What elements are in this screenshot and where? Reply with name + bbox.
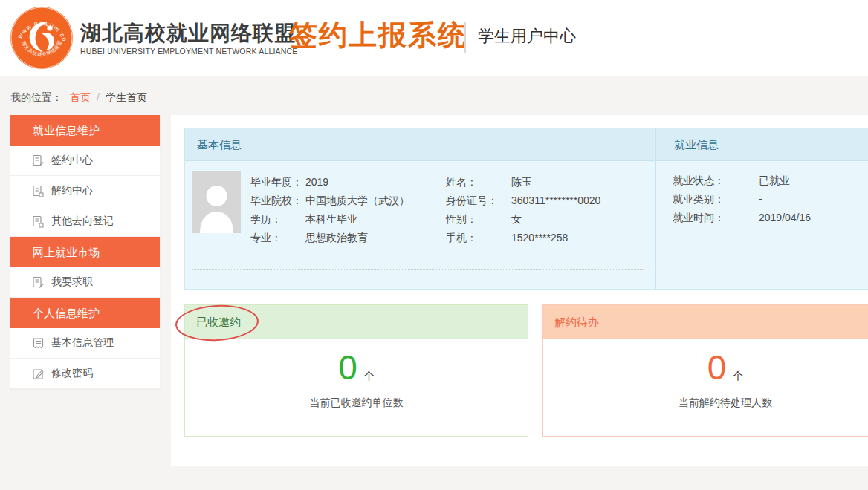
- breadcrumb-separator: /: [97, 91, 100, 103]
- field-label: 就业状态：: [673, 172, 759, 190]
- field-value: 本科生毕业: [305, 210, 357, 229]
- sidebar-item-label: 基本信息管理: [51, 336, 114, 350]
- terminations-card-title: 解约待办: [543, 305, 868, 339]
- sidebar-item-basic-info-manage[interactable]: 基本信息管理: [10, 328, 160, 359]
- field-value: 陈玉: [511, 173, 532, 192]
- field-value: 1520****258: [511, 229, 568, 247]
- logo-dot: [47, 25, 52, 30]
- sidebar-item-sign-center[interactable]: 签约中心: [10, 146, 160, 176]
- employment-info-title: 就业信息: [655, 128, 868, 160]
- field-row: 学历： 本科生毕业: [250, 210, 446, 229]
- invitations-card-body: 0个 当前已收邀约单位数: [185, 339, 528, 410]
- field-row: 就业类别： -: [673, 190, 868, 209]
- header-divider: [464, 22, 466, 53]
- field-row: 毕业年度： 2019: [250, 173, 446, 192]
- field-label: 学历：: [250, 210, 305, 229]
- sidebar-item-job-seeking[interactable]: 我要求职: [10, 267, 160, 298]
- basic-info-title: 基本信息: [185, 128, 655, 160]
- document-pen-icon: [32, 276, 45, 289]
- terminations-count: 0: [707, 348, 727, 387]
- info-panel-body: 毕业年度： 2019 毕业院校： 中国地质大学（武汉） 学历： 本科生毕业: [185, 161, 868, 289]
- terminations-card-body: 0个 当前解约待处理人数: [543, 339, 868, 410]
- field-value: 360311********0020: [511, 192, 600, 210]
- info-panel: 基本信息 就业信息 毕业年度： 2019: [184, 128, 868, 290]
- sidebar-item-other-destination[interactable]: 其他去向登记: [10, 206, 160, 237]
- count-unit: 个: [733, 370, 743, 382]
- org-name-en: HUBEI UNIVERSITY EMPLOYMENT NETWORK ALLI…: [80, 47, 298, 56]
- field-label: 就业类别：: [673, 190, 759, 209]
- org-name-cn: 湖北高校就业网络联盟: [80, 19, 296, 48]
- sidebar-section-job-market[interactable]: 网上就业市场: [10, 237, 160, 267]
- field-row: 就业状态： 已就业: [673, 172, 868, 190]
- basic-info-section: 毕业年度： 2019 毕业院校： 中国地质大学（武汉） 学历： 本科生毕业: [185, 161, 655, 289]
- field-label: 身份证号：: [446, 192, 511, 210]
- count-unit: 个: [364, 370, 375, 382]
- field-value: 思想政治教育: [305, 229, 368, 247]
- document-pen-icon: [32, 154, 45, 167]
- field-value: 中国地质大学（武汉）: [305, 192, 409, 210]
- terminations-card: 解约待办 0个 当前解约待处理人数: [542, 304, 868, 437]
- sidebar-section-employment-info[interactable]: 就业信息维护: [10, 115, 160, 146]
- sidebar-item-label: 签约中心: [51, 154, 93, 167]
- document-lines-icon: [32, 337, 45, 350]
- field-row: 手机： 1520****258: [446, 229, 600, 247]
- alliance-logo-icon: www.91wllm.com 湖北高校就业网络联盟: [10, 7, 73, 69]
- count-row: 0个: [543, 348, 868, 387]
- field-row: 就业时间： 2019/04/16: [673, 209, 868, 227]
- sidebar-item-change-password[interactable]: 修改密码: [10, 359, 160, 389]
- app-header: www.91wllm.com 湖北高校就业网络联盟 湖北高校就业网络联盟 HUB…: [0, 0, 868, 76]
- dotted-divider: [192, 269, 644, 270]
- field-row: 专业： 思想政治教育: [250, 229, 446, 247]
- terminations-caption: 当前解约待处理人数: [543, 396, 868, 410]
- basic-info-col-left: 毕业年度： 2019 毕业院校： 中国地质大学（武汉） 学历： 本科生毕业: [250, 173, 446, 289]
- sidebar-item-label: 解约中心: [51, 184, 93, 197]
- sidebar-item-label: 我要求职: [51, 275, 93, 289]
- sidebar-section-personal-info[interactable]: 个人信息维护: [10, 298, 160, 328]
- info-panel-header: 基本信息 就业信息: [185, 128, 868, 161]
- breadcrumb-home-link[interactable]: 首页: [70, 91, 91, 103]
- breadcrumb-prefix: 我的位置：: [10, 91, 62, 103]
- sidebar-item-label: 其他去向登记: [51, 215, 114, 228]
- field-value: 女: [511, 210, 522, 229]
- invitations-card: 已收邀约 0个 当前已收邀约单位数: [184, 304, 528, 437]
- invitations-card-title: 已收邀约: [185, 305, 528, 339]
- field-label: 手机：: [446, 229, 511, 247]
- sidebar-item-label: 修改密码: [51, 367, 93, 380]
- field-value: 已就业: [759, 172, 790, 190]
- field-value: -: [759, 190, 762, 209]
- count-row: 0个: [185, 348, 528, 387]
- field-row: 毕业院校： 中国地质大学（武汉）: [250, 192, 446, 210]
- field-label: 姓名：: [446, 173, 511, 192]
- sidebar-item-cancel-center[interactable]: 解约中心: [10, 176, 160, 206]
- field-label: 毕业年度：: [250, 173, 305, 192]
- portal-name: 学生用户中心: [478, 25, 576, 48]
- main-content: 基本信息 就业信息 毕业年度： 2019: [171, 115, 868, 466]
- system-name: 签约上报系统: [289, 16, 467, 54]
- document-icon: [32, 215, 45, 228]
- field-row: 身份证号： 360311********0020: [446, 192, 600, 210]
- page: www.91wllm.com 湖北高校就业网络联盟 湖北高校就业网络联盟 HUB…: [0, 0, 868, 490]
- invitations-count: 0: [338, 348, 357, 387]
- field-label: 性别：: [446, 210, 511, 229]
- sidebar-nav: 就业信息维护 签约中心 解约中心: [10, 115, 160, 389]
- employment-info-section: 就业状态： 已就业 就业类别： - 就业时间： 2019/04/16: [655, 161, 868, 289]
- basic-info-fields: 毕业年度： 2019 毕业院校： 中国地质大学（武汉） 学历： 本科生毕业: [250, 172, 600, 289]
- field-row: 性别： 女: [446, 210, 600, 229]
- field-value: 2019/04/16: [759, 209, 811, 227]
- field-value: 2019: [305, 173, 328, 192]
- field-label: 专业：: [250, 229, 305, 247]
- edit-pen-icon: [32, 368, 45, 380]
- document-icon: [32, 185, 45, 197]
- field-row: 姓名： 陈玉: [446, 173, 600, 192]
- breadcrumb-current: 学生首页: [106, 91, 147, 103]
- field-label: 毕业院校：: [250, 192, 305, 210]
- breadcrumb: 我的位置：首页/学生首页: [10, 91, 147, 105]
- field-label: 就业时间：: [673, 209, 759, 227]
- avatar: [192, 172, 241, 233]
- basic-info-col-right: 姓名： 陈玉 身份证号： 360311********0020 性别： 女: [446, 173, 600, 289]
- invitations-caption: 当前已收邀约单位数: [185, 396, 528, 410]
